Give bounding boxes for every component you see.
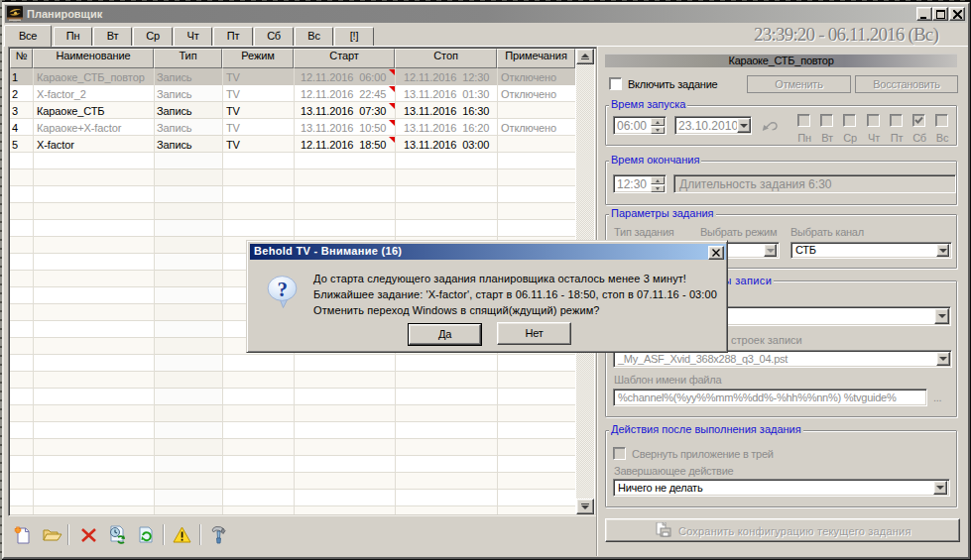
svg-text:?: ?: [277, 278, 287, 301]
